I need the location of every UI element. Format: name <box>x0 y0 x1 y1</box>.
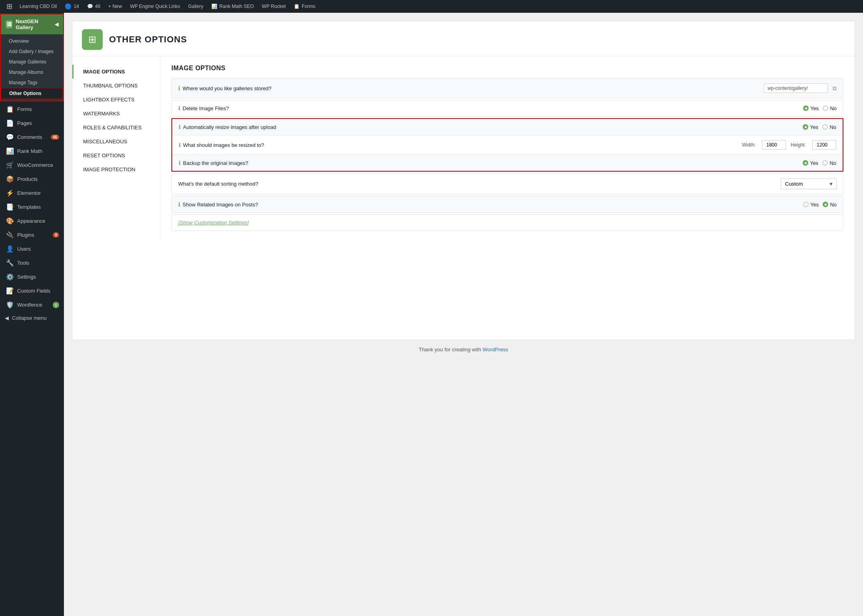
backup-no-label[interactable]: No <box>822 160 836 166</box>
nextgen-add-gallery[interactable]: Add Gallery / Images <box>1 46 63 57</box>
comments-link[interactable]: 💬 46 <box>83 0 104 13</box>
sidebar-item-settings[interactable]: ⚙️ Settings <box>0 270 64 284</box>
backup-no-radio[interactable] <box>822 160 828 166</box>
sidebar-item-wordfence[interactable]: 🛡️ Wordfence 1 <box>0 298 64 312</box>
nav-miscellaneous[interactable]: MISCELLANEOUS <box>72 135 160 149</box>
delete-images-yes-radio[interactable] <box>803 105 809 111</box>
site-name[interactable]: Learning CBD Oil <box>16 0 61 13</box>
nav-reset-options[interactable]: RESET OPTIONS <box>72 149 160 162</box>
sidebar-item-pages[interactable]: 📄 Pages <box>0 116 64 130</box>
wordfence-badge: 1 <box>53 302 59 308</box>
width-label: Width: <box>742 142 756 148</box>
auto-resize-control: Yes No <box>803 124 836 130</box>
backup-images-info-icon[interactable]: ℹ <box>179 160 181 166</box>
auto-resize-yes-radio[interactable] <box>803 124 808 130</box>
nav-watermarks[interactable]: WATERMARKS <box>72 107 160 121</box>
rankmath-link[interactable]: 📊 Rank Math SEO <box>207 0 258 13</box>
gallery-path-info-icon[interactable]: ℹ <box>178 85 180 91</box>
nextgen-collapse-icon: ◀ <box>55 22 58 27</box>
related-images-control: Yes No <box>803 202 837 208</box>
height-input[interactable] <box>812 140 836 150</box>
sidebar-item-rankmath[interactable]: 📊 Rank Math <box>0 144 64 158</box>
nav-roles-capabilities[interactable]: ROLES & CAPABILITIES <box>72 121 160 135</box>
nextgen-header[interactable]: 🖼 NextGEN Gallery ◀ <box>1 14 63 34</box>
nextgen-manage-tags[interactable]: Manage Tags <box>1 77 63 88</box>
sidebar-item-plugins[interactable]: 🔌 Plugins 8 <box>0 228 64 242</box>
sidebar-item-products[interactable]: 📦 Products <box>0 172 64 186</box>
gallery-path-input[interactable] <box>764 83 828 93</box>
backup-yes-label[interactable]: Yes <box>803 160 818 166</box>
related-images-label: ℹ Show Related Images on Posts? <box>178 201 803 208</box>
delete-images-control: Yes No <box>803 105 837 111</box>
nextgen-submenu: Overview Add Gallery / Images Manage Gal… <box>1 34 63 101</box>
delete-images-info-icon[interactable]: ℹ <box>178 105 180 111</box>
related-yes-radio[interactable] <box>803 202 809 207</box>
users-icon: 👤 <box>6 245 14 253</box>
new-content[interactable]: + New <box>104 0 126 13</box>
sidebar-item-elementor[interactable]: ⚡ Elementor <box>0 186 64 200</box>
collapse-icon: ◀ <box>5 315 9 321</box>
related-no-radio[interactable] <box>823 202 828 207</box>
wordfence-icon: 🛡️ <box>6 301 14 309</box>
resize-dimensions-row: ℹ What should images be resized to? Widt… <box>172 135 843 155</box>
nextgen-manage-galleries[interactable]: Manage Galleries <box>1 57 63 67</box>
sidebar-item-custom-fields[interactable]: 📝 Custom Fields <box>0 284 64 298</box>
gallery-link[interactable]: Gallery <box>184 0 207 13</box>
delete-images-no-radio[interactable] <box>823 105 828 111</box>
resize-dimensions-label: ℹ What should images be resized to? <box>179 142 742 148</box>
auto-resize-no-label[interactable]: No <box>822 124 836 130</box>
appearance-icon: 🎨 <box>6 217 14 225</box>
sidebar-item-comments[interactable]: 💬 Comments 46 <box>0 130 64 144</box>
nextgen-manage-albums[interactable]: Manage Albums <box>1 67 63 77</box>
delete-images-no-label[interactable]: No <box>823 105 837 111</box>
customize-row: [Show Customization Settings] <box>171 214 843 231</box>
delete-images-label: ℹ Delete Image Files? <box>178 105 803 111</box>
auto-resize-yes-label[interactable]: Yes <box>803 124 818 130</box>
forms-link[interactable]: 📋 Forms <box>290 0 319 13</box>
auto-resize-info-icon[interactable]: ℹ <box>179 124 181 130</box>
rankmath-icon: 📊 <box>6 147 14 155</box>
tools-icon: 🔧 <box>6 259 14 267</box>
related-info-icon[interactable]: ℹ <box>178 201 180 208</box>
memory-usage[interactable]: 🔵 14 <box>61 0 83 13</box>
nav-image-options[interactable]: IMAGE OPTIONS <box>72 65 160 79</box>
nav-thumbnail-options[interactable]: THUMBNAIL OPTIONS <box>72 79 160 93</box>
comments-badge: 46 <box>51 135 59 140</box>
sorting-select[interactable]: Custom Name Date Random <box>781 178 837 189</box>
nextgen-menu-section: 🖼 NextGEN Gallery ◀ Overview Add Gallery… <box>0 14 64 101</box>
sidebar-item-forms[interactable]: 📋 Forms <box>0 102 64 116</box>
highlighted-section: ℹ Automatically resize images after uplo… <box>171 118 843 172</box>
wpengine-link[interactable]: WP Engine Quick Links <box>126 0 184 13</box>
wp-logo[interactable]: ⊞ <box>3 2 16 11</box>
resize-dimensions-control: Width: Height: <box>742 140 836 150</box>
backup-yes-radio[interactable] <box>803 160 808 166</box>
nextgen-overview[interactable]: Overview <box>1 36 63 46</box>
options-wrap: ⊞ OTHER OPTIONS IMAGE OPTIONS THUMBNAIL … <box>72 21 855 340</box>
page-icon: ⊞ <box>82 29 103 50</box>
copy-icon[interactable]: ⧉ <box>833 85 837 92</box>
wprocket-link[interactable]: WP Rocket <box>258 0 290 13</box>
auto-resize-row: ℹ Automatically resize images after uplo… <box>172 119 843 135</box>
nav-lightbox-effects[interactable]: LIGHTBOX EFFECTS <box>72 93 160 107</box>
sidebar-item-woocommerce[interactable]: 🛒 WooCommerce <box>0 158 64 172</box>
delete-images-row: ℹ Delete Image Files? Yes No <box>171 100 843 117</box>
sidebar-item-appearance[interactable]: 🎨 Appearance <box>0 214 64 228</box>
nextgen-other-options[interactable]: Other Options <box>1 88 63 99</box>
nav-image-protection[interactable]: IMAGE PROTECTION <box>72 162 160 176</box>
auto-resize-no-radio[interactable] <box>822 124 828 130</box>
sidebar-item-users[interactable]: 👤 Users <box>0 242 64 256</box>
resize-dimensions-info-icon[interactable]: ℹ <box>179 142 181 148</box>
sidebar-item-tools[interactable]: 🔧 Tools <box>0 256 64 270</box>
related-yes-label[interactable]: Yes <box>803 202 819 208</box>
related-images-row: ℹ Show Related Images on Posts? Yes No <box>171 196 843 213</box>
sidebar-item-templates[interactable]: 📑 Templates <box>0 200 64 214</box>
related-no-label[interactable]: No <box>823 202 837 208</box>
woocommerce-icon: 🛒 <box>6 161 14 169</box>
collapse-menu-button[interactable]: ◀ Collapse menu <box>0 312 64 324</box>
gallery-path-row: ℹ Where would you like galleries stored?… <box>171 78 843 98</box>
delete-images-yes-label[interactable]: Yes <box>803 105 819 111</box>
width-input[interactable] <box>762 140 786 150</box>
customize-link[interactable]: [Show Customization Settings] <box>178 220 249 226</box>
wordpress-link[interactable]: WordPress <box>483 347 508 353</box>
sorting-control: Custom Name Date Random ▼ <box>781 178 837 189</box>
